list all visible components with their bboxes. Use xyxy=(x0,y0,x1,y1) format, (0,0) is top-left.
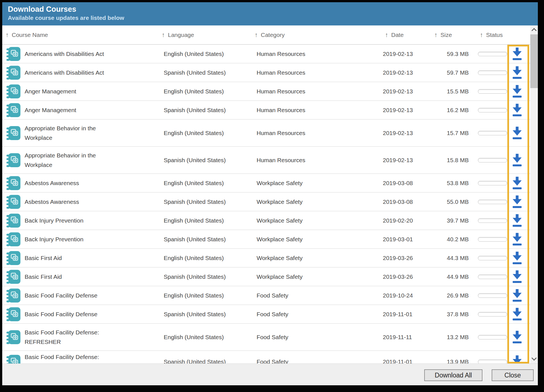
course-name-cell: Americans with Disabilities Act xyxy=(25,49,142,59)
download-button[interactable] xyxy=(511,153,523,167)
download-button[interactable] xyxy=(511,330,523,344)
download-progress-bar xyxy=(478,237,507,242)
download-button[interactable] xyxy=(511,103,523,117)
sort-ascending-icon: ↑ xyxy=(255,31,258,39)
course-icon xyxy=(6,307,21,322)
course-row: Basic Food Facility Defense:REFRESHER En… xyxy=(2,324,530,351)
download-progress-bar xyxy=(478,131,507,135)
category-cell: Workplace Safety xyxy=(257,217,303,224)
download-arrow-icon xyxy=(511,103,523,117)
download-all-button[interactable]: Download All xyxy=(424,369,482,381)
language-cell: English (United States) xyxy=(164,292,224,299)
course-row: Anger Management English (United States)… xyxy=(2,82,530,101)
download-button[interactable] xyxy=(511,84,523,98)
size-cell: 26.9 MB xyxy=(419,292,469,299)
course-row: Basic Food Facility Defense Spanish (Uni… xyxy=(2,305,530,324)
sort-ascending-icon: ↑ xyxy=(434,31,437,39)
size-cell: 53.8 MB xyxy=(419,180,469,186)
category-cell: Workplace Safety xyxy=(257,180,303,186)
course-icon xyxy=(6,330,21,344)
course-icon xyxy=(6,232,21,247)
column-header-label: Status xyxy=(486,32,503,38)
close-button[interactable]: Close xyxy=(492,369,534,381)
size-cell: 40.2 MB xyxy=(419,236,469,243)
download-progress-bar xyxy=(478,181,507,185)
course-name-cell: Basic Food Facility Defense xyxy=(25,291,142,300)
download-button[interactable] xyxy=(511,126,523,140)
course-icon xyxy=(6,251,21,265)
size-cell: 13.9 MB xyxy=(419,358,469,363)
download-button[interactable] xyxy=(511,232,523,246)
scrollbar-up-button[interactable] xyxy=(530,26,538,33)
download-arrow-icon xyxy=(511,270,523,284)
download-progress-bar xyxy=(478,293,507,298)
language-cell: Spanish (United States) xyxy=(164,358,226,363)
date-cell: 2019-02-13 xyxy=(383,130,413,136)
download-button[interactable] xyxy=(511,66,523,80)
download-button[interactable] xyxy=(511,307,523,321)
dialog-header: Download Courses Available course update… xyxy=(2,2,538,25)
download-progress-bar xyxy=(478,200,507,204)
language-cell: English (United States) xyxy=(164,180,224,186)
sort-ascending-icon: ↑ xyxy=(6,31,9,39)
course-icon xyxy=(6,103,21,117)
size-cell: 44.9 MB xyxy=(419,273,469,280)
course-icon xyxy=(6,126,21,140)
download-button[interactable] xyxy=(511,289,523,303)
course-row: Asbestos Awareness English (United State… xyxy=(2,174,530,193)
course-name-cell: Basic Food Facility Defense xyxy=(25,310,142,319)
category-cell: Workplace Safety xyxy=(257,273,303,280)
date-cell: 2019-03-26 xyxy=(383,255,413,261)
category-cell: Food Safety xyxy=(257,292,288,299)
course-row: Back Injury Prevention Spanish (United S… xyxy=(2,230,530,249)
vertical-scrollbar[interactable] xyxy=(530,25,538,363)
chevron-up-icon xyxy=(531,28,536,33)
date-cell: 2019-03-26 xyxy=(383,273,413,280)
category-cell: Food Safety xyxy=(257,311,288,318)
course-name-cell: Appropriate Behavior in theWorkplace xyxy=(25,124,142,143)
column-header-label: Size xyxy=(440,32,452,38)
course-name-cell: Back Injury Prevention xyxy=(25,235,142,244)
scrollbar-down-button[interactable] xyxy=(530,355,538,362)
download-arrow-icon xyxy=(511,47,523,61)
category-cell: Human Resources xyxy=(257,157,305,164)
size-cell: 59.7 MB xyxy=(419,69,469,76)
dialog-subtitle: Available course updates are listed belo… xyxy=(8,14,538,22)
download-button[interactable] xyxy=(511,47,523,61)
category-cell: Human Resources xyxy=(257,51,305,57)
column-header-status[interactable]: ↑ Status xyxy=(480,25,503,44)
download-button[interactable] xyxy=(511,195,523,209)
download-arrow-icon xyxy=(511,307,523,321)
course-icon xyxy=(6,84,21,99)
course-icon xyxy=(6,65,21,80)
download-button[interactable] xyxy=(511,355,523,363)
download-button[interactable] xyxy=(511,214,523,228)
course-name-cell: Basic Food Facility Defense:REFRESHER xyxy=(25,352,142,363)
download-button[interactable] xyxy=(511,176,523,190)
download-button[interactable] xyxy=(511,270,523,284)
column-header-date[interactable]: ↑ Date xyxy=(385,25,404,44)
download-button[interactable] xyxy=(511,251,523,265)
course-list: Americans with Disabilities Act English … xyxy=(2,45,530,363)
size-cell: 59.3 MB xyxy=(419,51,469,57)
size-cell: 13.2 MB xyxy=(419,334,469,341)
category-cell: Workplace Safety xyxy=(257,199,303,205)
sort-ascending-icon: ↑ xyxy=(162,31,165,39)
scrollbar-thumb[interactable] xyxy=(530,34,538,88)
course-icon xyxy=(6,270,21,284)
column-header-label: Language xyxy=(168,32,194,38)
date-cell: 2019-02-20 xyxy=(383,217,413,224)
download-progress-bar xyxy=(478,218,507,223)
category-cell: Food Safety xyxy=(257,358,288,363)
dialog-title: Download Courses xyxy=(8,5,538,14)
column-header-size[interactable]: ↑ Size xyxy=(434,25,452,44)
column-header-category[interactable]: ↑ Category xyxy=(255,25,285,44)
download-progress-bar xyxy=(478,335,507,339)
column-header-course-name[interactable]: ↑ Course Name xyxy=(6,25,48,44)
course-row: Basic First Aid Spanish (United States) … xyxy=(2,268,530,286)
download-arrow-icon xyxy=(511,355,523,363)
language-cell: English (United States) xyxy=(164,88,224,95)
course-icon xyxy=(6,213,21,228)
language-cell: Spanish (United States) xyxy=(164,311,226,318)
column-header-language[interactable]: ↑ Language xyxy=(162,25,194,44)
